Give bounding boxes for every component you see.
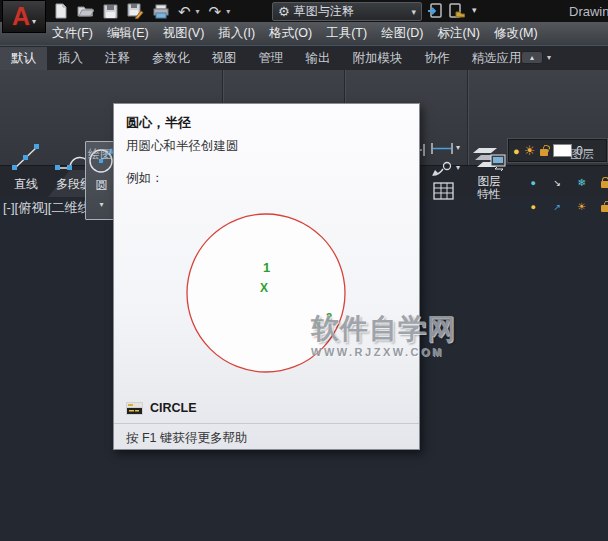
document-title: Drawin <box>569 4 608 19</box>
layer-lock-button[interactable] <box>587 165 608 185</box>
collapse-ribbon-icon: ▴ <box>521 51 543 64</box>
ribbon-tab-parametric[interactable]: 参数化 <box>141 47 201 70</box>
redo-icon[interactable]: ↷ <box>209 4 222 19</box>
table-tool-icon[interactable] <box>433 182 454 204</box>
layer-isolate-button[interactable]: ↘ <box>537 165 559 185</box>
layer-properties-icon <box>471 141 507 175</box>
unisolate-arrow-icon: ↗ <box>553 203 561 212</box>
ribbon-tab-bar: 默认 插入 注释 参数化 视图 管理 输出 附加模块 协作 精选应用 <box>0 47 608 70</box>
center-point-marker: X <box>260 281 268 295</box>
line-label: 直线 <box>14 176 38 193</box>
tooltip-command-row: CIRCLE <box>126 401 197 415</box>
tooltip-divider <box>114 423 419 424</box>
menu-tools[interactable]: 工具(T) <box>319 22 374 45</box>
app-menu-button[interactable]: A ▾ <box>2 0 46 33</box>
leader-tool-icon[interactable] <box>430 161 454 182</box>
ribbon-tab-collaborate[interactable]: 协作 <box>414 47 461 70</box>
unlock-icon <box>601 205 608 212</box>
chevron-down-icon: ▾ <box>32 17 36 26</box>
undo-dropdown-icon[interactable]: ▾ <box>196 7 200 16</box>
bulb-on-icon: ● <box>513 145 520 157</box>
circle-dropdown-icon[interactable]: ▾ <box>99 200 103 209</box>
plot-icon[interactable] <box>153 4 169 19</box>
ribbon-tab-output[interactable]: 输出 <box>295 47 342 70</box>
open-from-web-icon[interactable] <box>449 3 465 18</box>
ribbon-tab-home[interactable]: 默认 <box>0 47 47 70</box>
radius-point-label: 2 <box>326 311 332 323</box>
chevron-down-icon[interactable]: ▾ <box>472 6 477 15</box>
circle-tool-tooltip: 圆心，半径 用圆心和半径创建圆 例如： 1 X X 2 CIRCLE 按 F1 … <box>113 103 420 450</box>
ribbon-tab-view[interactable]: 视图 <box>201 47 248 70</box>
linear-dimension-icon[interactable] <box>430 141 454 159</box>
undo-icon[interactable]: ↶ <box>178 4 191 19</box>
sun-icon: ☀ <box>577 202 586 212</box>
menu-format[interactable]: 格式(O) <box>262 22 319 45</box>
save-as-icon[interactable] <box>127 3 144 19</box>
ribbon-collapse-button[interactable]: ▴ ▾ <box>521 51 551 64</box>
menu-dimension[interactable]: 标注(N) <box>431 22 487 45</box>
layer-thaw-button[interactable]: ☀ <box>562 189 584 209</box>
command-name: CIRCLE <box>150 401 197 415</box>
sun-icon: ☀ <box>524 143 536 158</box>
ribbon-tab-manage[interactable]: 管理 <box>248 47 295 70</box>
command-line-icon <box>126 402 143 415</box>
workspace-label: 草图与注释 <box>294 3 412 20</box>
menu-view[interactable]: 视图(V) <box>156 22 212 45</box>
layer-properties-button[interactable]: 图层特性 <box>470 141 508 201</box>
center-point-label: 1 <box>263 260 270 275</box>
layer-unisolate-button[interactable]: ↗ <box>537 189 559 209</box>
menu-modify[interactable]: 修改(M) <box>487 22 545 45</box>
tooltip-circle-diagram: 1 X X 2 <box>114 192 420 396</box>
menu-insert[interactable]: 插入(I) <box>211 22 262 45</box>
layers-panel-label: 图层 <box>560 146 604 163</box>
lock-icon <box>601 181 608 188</box>
tooltip-example-label: 例如： <box>126 170 164 187</box>
ribbon-tab-insert[interactable]: 插入 <box>47 47 94 70</box>
share-drawing-icon[interactable] <box>427 3 442 18</box>
layer-off-button[interactable]: ● <box>512 165 534 185</box>
unlock-icon <box>539 145 549 157</box>
tooltip-title: 圆心，半径 <box>126 114 191 132</box>
titlebar-extra-tools: ▾ <box>427 3 477 18</box>
chevron-down-icon: ▾ <box>547 53 551 62</box>
layer-freeze-button[interactable]: ❄ <box>562 165 584 185</box>
tooltip-help-hint: 按 F1 键获得更多帮助 <box>126 430 248 447</box>
chevron-down-icon: ▾ <box>411 7 416 17</box>
leader-dropdown-icon[interactable]: ▾ <box>456 163 460 172</box>
snowflake-icon: ❄ <box>578 178 586 188</box>
ribbon-tab-addins[interactable]: 附加模块 <box>342 47 414 70</box>
bulb-on-icon: ● <box>531 203 536 212</box>
workspace-switcher[interactable]: ⚙ 草图与注释 ▾ <box>272 2 422 21</box>
layer-on-button[interactable]: ● <box>512 189 534 209</box>
menu-file[interactable]: 文件(F) <box>45 22 100 45</box>
isolate-arrow-icon: ↘ <box>553 179 561 188</box>
menu-draw[interactable]: 绘图(D) <box>374 22 430 45</box>
redo-dropdown-icon[interactable]: ▾ <box>226 7 230 16</box>
menu-edit[interactable]: 编辑(E) <box>100 22 156 45</box>
save-icon[interactable] <box>103 4 118 19</box>
menu-bar: 文件(F) 编辑(E) 视图(V) 插入(I) 格式(O) 工具(T) 绘图(D… <box>0 22 608 46</box>
layer-unlock-button[interactable] <box>587 189 608 209</box>
radius-point-marker: X <box>314 318 322 330</box>
layer-properties-label: 图层特性 <box>478 175 501 201</box>
panel-divider <box>467 70 468 165</box>
ribbon-tab-annotate[interactable]: 注释 <box>94 47 141 70</box>
tooltip-description: 用圆心和半径创建圆 <box>126 138 239 155</box>
bulb-off-icon: ● <box>531 179 536 188</box>
gear-icon: ⚙ <box>278 4 290 19</box>
autocad-logo-icon: A <box>12 4 30 29</box>
circle-label: 圆 <box>96 177 108 194</box>
new-file-icon[interactable] <box>54 3 68 19</box>
dimension-dropdown-icon[interactable]: ▾ <box>456 143 460 152</box>
quick-access-toolbar: ↶ ▾ ↷ ▾ <box>54 2 230 20</box>
open-file-icon[interactable] <box>77 4 94 18</box>
